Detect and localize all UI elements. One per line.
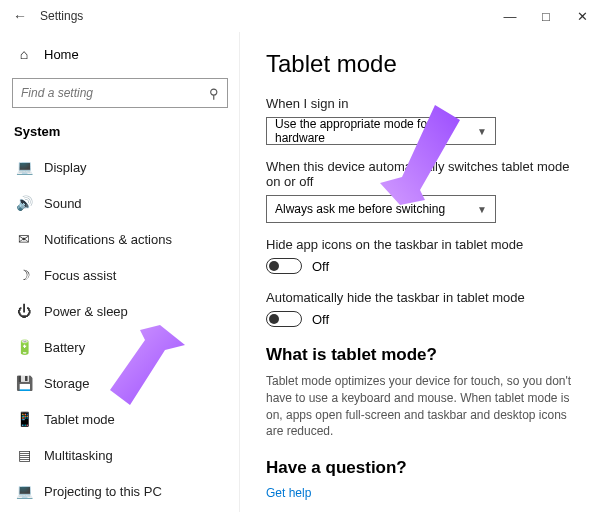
sidebar-item-focus-assist[interactable]: ☽ Focus assist xyxy=(8,257,232,293)
sidebar-home[interactable]: ⌂ Home xyxy=(8,36,232,72)
search-icon: ⚲ xyxy=(209,86,219,101)
what-heading: What is tablet mode? xyxy=(266,345,574,365)
hide-icons-state: Off xyxy=(312,259,329,274)
home-icon: ⌂ xyxy=(14,46,34,62)
chevron-down-icon: ▼ xyxy=(477,204,487,215)
hide-icons-label: Hide app icons on the taskbar in tablet … xyxy=(266,237,574,252)
search-input[interactable] xyxy=(21,86,209,100)
back-button[interactable]: ← xyxy=(8,8,32,24)
auto-hide-label: Automatically hide the taskbar in tablet… xyxy=(266,290,574,305)
signin-select[interactable]: Use the appropriate mode for my hardware… xyxy=(266,117,496,145)
chevron-down-icon: ▼ xyxy=(477,126,487,137)
category-label: System xyxy=(8,118,232,149)
minimize-button[interactable]: — xyxy=(492,0,528,32)
what-desc: Tablet mode optimizes your device for to… xyxy=(266,373,574,440)
sidebar-item-storage[interactable]: 💾 Storage xyxy=(8,365,232,401)
sidebar-item-sound[interactable]: 🔊 Sound xyxy=(8,185,232,221)
display-icon: 💻 xyxy=(14,159,34,175)
main-panel: Tablet mode When I sign in Use the appro… xyxy=(240,32,600,512)
get-help-link[interactable]: Get help xyxy=(266,486,574,500)
sidebar-item-battery[interactable]: 🔋 Battery xyxy=(8,329,232,365)
focus-icon: ☽ xyxy=(14,267,34,283)
switch-value: Always ask me before switching xyxy=(275,202,445,216)
switch-label: When this device automatically switches … xyxy=(266,159,574,189)
search-box[interactable]: ⚲ xyxy=(12,78,228,108)
projecting-icon: 💻 xyxy=(14,483,34,499)
sidebar-item-notifications[interactable]: ✉ Notifications & actions xyxy=(8,221,232,257)
storage-icon: 💾 xyxy=(14,375,34,391)
sidebar-item-tablet-mode[interactable]: 📱 Tablet mode xyxy=(8,401,232,437)
signin-value: Use the appropriate mode for my hardware xyxy=(275,117,477,145)
question-heading: Have a question? xyxy=(266,458,574,478)
window-title: Settings xyxy=(40,9,83,23)
hide-icons-toggle[interactable] xyxy=(266,258,302,274)
home-label: Home xyxy=(44,47,79,62)
auto-hide-state: Off xyxy=(312,312,329,327)
tablet-icon: 📱 xyxy=(14,411,34,427)
page-title: Tablet mode xyxy=(266,50,574,78)
sidebar-item-projecting[interactable]: 💻 Projecting to this PC xyxy=(8,473,232,509)
notifications-icon: ✉ xyxy=(14,231,34,247)
battery-icon: 🔋 xyxy=(14,339,34,355)
multitasking-icon: ▤ xyxy=(14,447,34,463)
sound-icon: 🔊 xyxy=(14,195,34,211)
sidebar-item-power[interactable]: ⏻ Power & sleep xyxy=(8,293,232,329)
power-icon: ⏻ xyxy=(14,303,34,319)
signin-label: When I sign in xyxy=(266,96,574,111)
titlebar: ← Settings — □ ✕ xyxy=(0,0,600,32)
auto-hide-toggle[interactable] xyxy=(266,311,302,327)
sidebar-item-display[interactable]: 💻 Display xyxy=(8,149,232,185)
sidebar: ⌂ Home ⚲ System 💻 Display 🔊 Sound ✉ Noti… xyxy=(0,32,240,512)
switch-select[interactable]: Always ask me before switching ▼ xyxy=(266,195,496,223)
close-button[interactable]: ✕ xyxy=(564,0,600,32)
maximize-button[interactable]: □ xyxy=(528,0,564,32)
sidebar-item-multitasking[interactable]: ▤ Multitasking xyxy=(8,437,232,473)
